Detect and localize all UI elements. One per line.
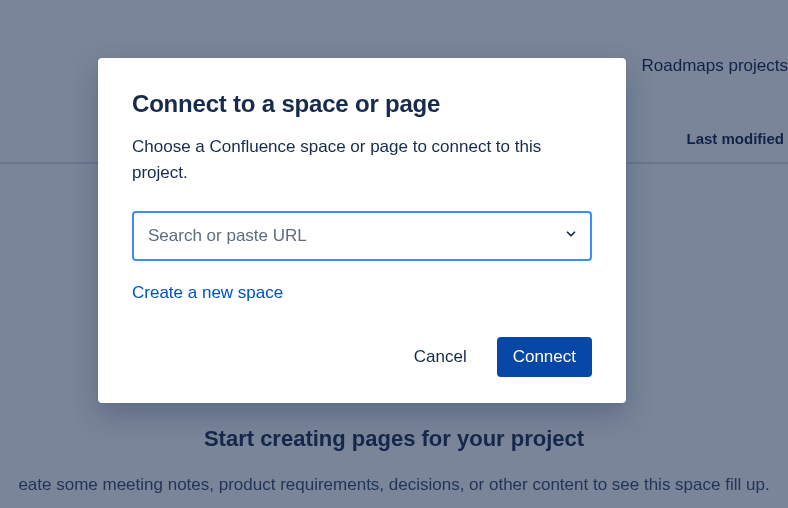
dialog-title: Connect to a space or page xyxy=(132,90,592,118)
connect-space-dialog: Connect to a space or page Choose a Conf… xyxy=(98,58,626,403)
dialog-actions: Cancel Connect xyxy=(132,337,592,377)
connect-button[interactable]: Connect xyxy=(497,337,592,377)
dialog-description: Choose a Confluence space or page to con… xyxy=(132,134,592,185)
space-search-input[interactable] xyxy=(132,211,592,261)
space-search-combobox[interactable] xyxy=(132,211,592,261)
cancel-button[interactable]: Cancel xyxy=(398,337,483,377)
create-new-space-link[interactable]: Create a new space xyxy=(132,283,283,303)
